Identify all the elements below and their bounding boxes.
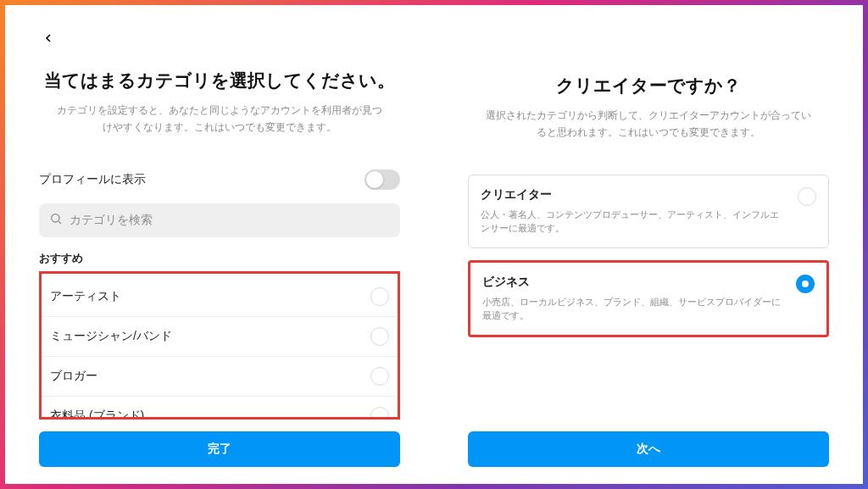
suggested-category-list: アーティスト ミュージシャン/バンド ブロガー 衣料品 (ブランド) xyxy=(39,271,400,420)
option-desc: 小売店、ローカルビジネス、ブランド、組織、サービスプロバイダーに最適です。 xyxy=(482,295,784,323)
profile-display-toggle-label: プロフィールに表示 xyxy=(39,172,146,187)
category-label: ミュージシャン/バンド xyxy=(50,329,172,344)
search-icon xyxy=(49,212,63,229)
search-placeholder: カテゴリを検索 xyxy=(70,213,153,228)
svg-line-1 xyxy=(58,221,61,224)
page-title-left: 当てはまるカテゴリを選択してください。 xyxy=(39,68,400,92)
category-option[interactable]: 衣料品 (ブランド) xyxy=(42,397,398,420)
page-subtitle-right: 選択されたカテゴリから判断して、クリエイターアカウントが合っていると思われます。… xyxy=(468,108,829,140)
account-type-option-business[interactable]: ビジネス 小売店、ローカルビジネス、ブランド、組織、サービスプロバイダーに最適で… xyxy=(468,260,829,337)
category-option[interactable]: ミュージシャン/バンド xyxy=(42,317,398,357)
account-type-option-creator[interactable]: クリエイター 公人・著名人、コンテンツプロデューサー、アーティスト、インフルエン… xyxy=(468,175,829,248)
suggested-section-label: おすすめ xyxy=(39,251,400,266)
option-title: クリエイター xyxy=(481,187,786,203)
back-button[interactable] xyxy=(39,29,58,47)
category-label: 衣料品 (ブランド) xyxy=(50,408,144,420)
category-search-input[interactable]: カテゴリを検索 xyxy=(39,203,400,237)
profile-display-toggle[interactable] xyxy=(364,169,400,190)
radio-unselected-icon xyxy=(798,187,816,206)
page-title-right: クリエイターですか？ xyxy=(468,73,829,97)
radio-unselected-icon xyxy=(370,407,389,420)
radio-unselected-icon xyxy=(370,327,389,346)
category-option[interactable]: アーティスト xyxy=(42,277,398,317)
option-desc: 公人・著名人、コンテンツプロデューサー、アーティスト、インフルエンサーに最適です… xyxy=(481,208,786,236)
radio-selected-icon xyxy=(796,275,815,293)
done-button[interactable]: 完了 xyxy=(39,431,400,467)
category-label: アーティスト xyxy=(50,289,121,304)
option-title: ビジネス xyxy=(482,275,784,290)
radio-unselected-icon xyxy=(370,287,389,306)
next-button[interactable]: 次へ xyxy=(468,431,829,467)
category-option[interactable]: ブロガー xyxy=(42,357,398,397)
chevron-left-icon xyxy=(42,31,55,45)
svg-point-0 xyxy=(52,214,59,221)
radio-unselected-icon xyxy=(370,367,389,386)
category-label: ブロガー xyxy=(50,369,97,384)
page-subtitle-left: カテゴリを設定すると、あなたと同じようなアカウントを利用者が見つけやすくなります… xyxy=(39,103,400,135)
toggle-knob xyxy=(366,171,383,188)
